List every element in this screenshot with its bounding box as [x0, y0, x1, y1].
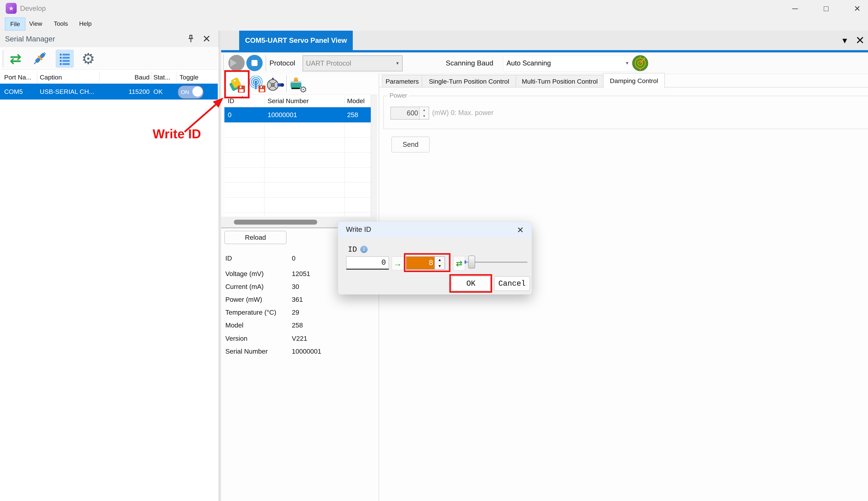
detail-value: V221 — [292, 334, 307, 343]
scan-radar-icon[interactable] — [632, 55, 649, 72]
chevron-down-icon: ▼ — [395, 61, 399, 66]
apply-arrow-icon[interactable]: → — [391, 256, 404, 270]
slider-tick — [464, 260, 466, 264]
window-titlebar: ★ Develop ─ □ ✕ — [0, 0, 868, 17]
detail-row: Power (mW) 361 — [225, 295, 375, 304]
protocol-dropdown[interactable]: UART Protocol ▼ — [303, 55, 402, 71]
servo-horn-icon[interactable] — [266, 75, 284, 94]
tab-close-icon[interactable]: ✕ — [853, 32, 868, 49]
servo-panel-view: COM5-UART Servo Panel View ▼ ✕ Protocol … — [221, 31, 868, 501]
col-caption[interactable]: Caption — [40, 71, 62, 84]
toolbar-divider — [266, 55, 266, 71]
servo-device-row[interactable]: 0 10000001 258 — [224, 107, 371, 122]
stop-button[interactable] — [246, 55, 263, 71]
tab-com5-uart-servo-panel-view[interactable]: COM5-UART Servo Panel View — [239, 31, 353, 50]
settings-gear-icon[interactable]: ⚙ — [79, 50, 97, 68]
col-port-name[interactable]: Port Na... — [4, 71, 31, 84]
tab-parameters[interactable]: Parameters — [382, 75, 422, 87]
detail-label: Temperature (°C) — [225, 309, 276, 316]
spin-down-icon[interactable]: ▼ — [420, 113, 429, 119]
model-cell: 258 — [347, 107, 358, 122]
serial-manager-title: Serial Manager — [5, 31, 55, 47]
col-serial-number[interactable]: Serial Number — [268, 95, 308, 107]
power-spinner[interactable]: 600 ▲ ▼ — [390, 107, 429, 120]
vertical-scrollbar[interactable] — [371, 95, 377, 217]
info-icon: i — [360, 246, 367, 253]
grid-line — [224, 152, 371, 153]
gear-glyph: ⚙ — [81, 50, 95, 67]
tab-multi-turn-position-control[interactable]: Multi-Turn Position Control — [516, 75, 604, 87]
motor-setup-icon[interactable]: ⚙ — [289, 75, 307, 94]
scrollbar-thumb[interactable] — [234, 220, 317, 225]
id-slider-track[interactable] — [466, 262, 527, 263]
serial-manager-header: Serial Manager ✕ — [0, 31, 219, 47]
scanning-baud-dropdown[interactable]: Auto Scanning ▼ — [503, 55, 632, 71]
status-cell: OK — [153, 84, 163, 99]
tab-list-icon[interactable]: ▼ — [838, 34, 851, 47]
col-status[interactable]: Stat... — [153, 71, 170, 84]
detail-value: 10000001 — [292, 347, 321, 356]
serial-table-header: Port Na... Caption Baud Stat... Toggle — [0, 71, 218, 84]
grid-line — [224, 137, 371, 138]
reload-button[interactable]: Reload — [224, 231, 286, 244]
col-toggle[interactable]: Toggle — [179, 71, 198, 84]
close-button[interactable]: ✕ — [847, 0, 868, 17]
protocol-label: Protocol — [270, 52, 295, 74]
window-title: Develop — [20, 0, 46, 17]
annotation-label: Write ID — [153, 126, 201, 141]
play-button[interactable] — [228, 55, 245, 71]
caption-cell: USB-SERIAL CH... — [40, 84, 94, 99]
tab-single-turn-position-control[interactable]: Single-Turn Position Control — [422, 75, 516, 87]
spin-up-icon[interactable]: ▲ — [420, 107, 429, 113]
menu-file[interactable]: File — [5, 18, 25, 31]
serial-number-cell: 10000001 — [268, 107, 297, 122]
spinner-buttons[interactable]: ▲ ▼ — [419, 107, 429, 119]
detail-label: ID — [225, 255, 232, 262]
grid-line — [224, 167, 371, 168]
port-name-cell: COM5 — [4, 84, 23, 99]
detail-value: 361 — [292, 295, 303, 304]
play-icon — [230, 59, 237, 67]
connect-icon[interactable] — [30, 50, 49, 68]
current-id-field[interactable]: 0 — [346, 256, 389, 270]
col-model[interactable]: Model — [347, 95, 365, 107]
swap-refresh-icon[interactable]: ⇄ — [453, 256, 465, 271]
cancel-button[interactable]: Cancel — [494, 276, 530, 291]
column-divider — [99, 72, 100, 83]
menu-view[interactable]: View — [24, 18, 47, 30]
minimize-button[interactable]: ─ — [785, 0, 806, 17]
menu-tools[interactable]: Tools — [49, 18, 73, 30]
detail-label: Model — [225, 321, 243, 329]
dialog-title: Write ID — [346, 222, 371, 237]
port-list-icon[interactable] — [56, 50, 74, 68]
detail-value: 30 — [292, 282, 299, 291]
write-id-dialog: Write ID ✕ ID i 0 → 8 ▲ ▼ ⇄ OK Cancel — [338, 221, 532, 295]
maximize-button[interactable]: □ — [816, 0, 837, 17]
menu-help[interactable]: Help — [74, 18, 96, 30]
detail-label: Serial Number — [225, 348, 268, 355]
column-divider — [176, 72, 177, 83]
servo-device-table: ∧ ID Serial Number Model 0 10000001 258 — [224, 95, 377, 217]
stop-icon — [251, 60, 258, 66]
tab-accent-bar — [221, 50, 868, 52]
tab-damping-control[interactable]: Damping Control — [603, 73, 665, 88]
annotation-highlight-box — [449, 274, 492, 293]
refresh-ports-icon[interactable]: ⇄ — [7, 50, 24, 68]
detail-label: Version — [225, 335, 248, 342]
toolbar-drag-handle[interactable] — [223, 55, 224, 71]
panel-close-icon[interactable]: ✕ — [200, 32, 213, 45]
menubar: File View Tools Help — [0, 17, 868, 31]
document-tabstrip: COM5-UART Servo Panel View ▼ ✕ — [221, 31, 868, 50]
detail-value: 12051 — [292, 269, 310, 278]
id-slider-handle[interactable] — [468, 256, 475, 268]
toolbar-drag-handle[interactable] — [3, 51, 3, 67]
power-legend: Power — [388, 92, 409, 99]
col-baud[interactable]: Baud — [99, 71, 149, 84]
serial-manager-toolbar: ⇄ ⚙ — [1, 48, 218, 70]
dialog-close-icon[interactable]: ✕ — [515, 224, 526, 236]
send-button[interactable]: Send — [391, 137, 430, 152]
power-groupbox: Power 600 ▲ ▼ (mW) 0: Max. power — [384, 96, 868, 129]
pin-icon[interactable] — [185, 33, 197, 45]
write-baud-icon[interactable] — [249, 75, 266, 94]
app-icon-glyph: ★ — [8, 4, 14, 12]
